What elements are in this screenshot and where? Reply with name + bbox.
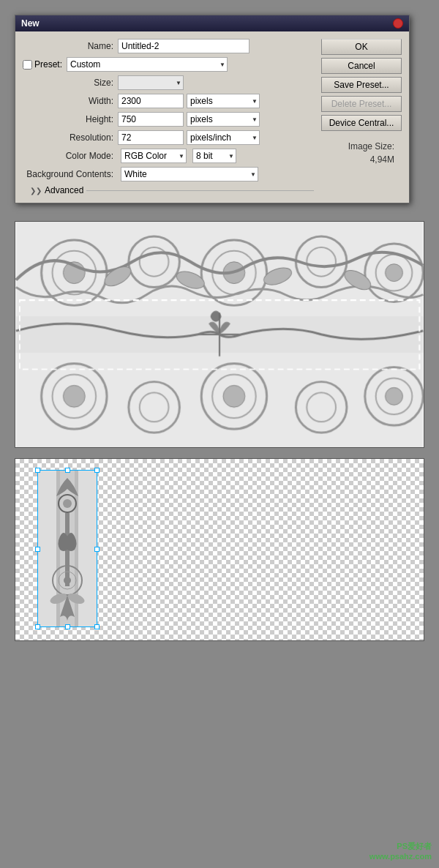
bit-depth-wrapper: 8 bit: [190, 149, 236, 163]
bg-contents-select[interactable]: White: [121, 167, 258, 182]
cancel-button[interactable]: Cancel: [321, 58, 402, 74]
canvas-section-2: [0, 458, 439, 648]
delete-preset-button[interactable]: Delete Preset...: [321, 96, 402, 112]
resolution-label: Resolution:: [23, 132, 118, 143]
advanced-divider: [86, 190, 314, 191]
handle-br[interactable]: [94, 624, 100, 629]
dialog-overlay: New Name: Preset:: [0, 0, 439, 218]
size-select[interactable]: [118, 75, 184, 90]
advanced-chevron-icon: ❯❯: [30, 187, 42, 195]
watermark: PS爱好者 www.psahz.com: [369, 841, 432, 861]
dialog-form: Name: Preset: Custom: [23, 39, 314, 195]
width-label: Width:: [23, 96, 118, 106]
resolution-unit-select[interactable]: pixels/inch: [187, 130, 260, 145]
preset-checkbox[interactable]: [23, 60, 32, 70]
image-size-label: Image Size:: [321, 141, 394, 151]
width-unit-wrapper: pixels: [184, 94, 260, 108]
preset-label: Preset:: [34, 59, 62, 70]
dialog-body: Name: Preset: Custom: [15, 31, 409, 203]
watermark-line2: www.psahz.com: [369, 852, 432, 861]
size-label: Size:: [23, 78, 118, 88]
advanced-label: Advanced: [45, 185, 83, 195]
svg-point-13: [386, 264, 403, 282]
save-preset-button[interactable]: Save Preset...: [321, 77, 402, 93]
bg-contents-row: Background Contents: White: [23, 167, 314, 182]
image-size-value: 4,94M: [321, 154, 394, 165]
name-input[interactable]: [118, 39, 249, 53]
color-mode-label: Color Mode:: [23, 151, 118, 161]
handle-bm[interactable]: [65, 624, 70, 629]
canvas-2[interactable]: [15, 458, 424, 641]
color-mode-wrapper: RGB Color: [118, 149, 187, 163]
height-unit-select[interactable]: pixels: [187, 112, 260, 127]
svg-point-43: [64, 577, 71, 584]
preset-select[interactable]: Custom: [67, 57, 228, 72]
height-input[interactable]: [118, 112, 184, 127]
svg-point-20: [63, 386, 85, 408]
small-ornament-svg: [38, 471, 97, 626]
bg-contents-wrapper: White: [118, 167, 258, 182]
resolution-input[interactable]: [118, 130, 184, 145]
width-unit-select[interactable]: pixels: [187, 94, 260, 108]
resolution-row: Resolution: pixels/inch: [23, 130, 314, 145]
handle-tm[interactable]: [65, 468, 70, 473]
bit-depth-select[interactable]: 8 bit: [192, 149, 236, 163]
dialog-buttons: OK Cancel Save Preset... Delete Preset..…: [321, 39, 402, 195]
name-row: Name:: [23, 39, 314, 53]
name-label: Name:: [23, 41, 118, 51]
handle-tr[interactable]: [94, 468, 100, 473]
canvas-1[interactable]: [15, 221, 424, 448]
new-document-dialog: New Name: Preset:: [15, 15, 410, 203]
width-row: Width: pixels: [23, 94, 314, 108]
image-size-section: Image Size: 4,94M: [321, 141, 402, 165]
dialog-title: New: [21, 18, 40, 29]
height-unit-wrapper: pixels: [184, 112, 260, 127]
dialog-titlebar: New: [15, 15, 409, 31]
handle-bl[interactable]: [35, 624, 40, 629]
preset-row: Preset: Custom: [23, 57, 314, 72]
size-select-wrapper: [118, 75, 184, 90]
handle-ml[interactable]: [35, 547, 40, 552]
svg-point-30: [386, 388, 403, 405]
size-row: Size:: [23, 75, 314, 90]
advanced-row: ❯❯ Advanced: [23, 185, 314, 195]
width-input[interactable]: [118, 94, 184, 108]
canvas-section-1: [0, 218, 439, 451]
handle-mr[interactable]: [94, 547, 100, 552]
height-row: Height: pixels: [23, 112, 314, 127]
watermark-line1: PS爱好者: [369, 841, 432, 852]
handle-tl[interactable]: [35, 468, 40, 473]
height-label: Height:: [23, 114, 118, 124]
transform-box: [37, 470, 97, 627]
svg-point-39: [63, 499, 72, 508]
color-mode-row: Color Mode: RGB Color 8 bit: [23, 149, 314, 163]
ornament-svg-1: [15, 222, 424, 447]
svg-point-25: [223, 386, 245, 408]
color-mode-select[interactable]: RGB Color: [121, 149, 187, 163]
preset-select-wrapper: Custom: [67, 57, 228, 72]
bg-contents-label: Background Contents:: [23, 169, 118, 179]
device-central-button[interactable]: Device Central...: [321, 115, 402, 131]
close-button[interactable]: [393, 18, 403, 29]
ok-button[interactable]: OK: [321, 39, 402, 55]
resolution-unit-wrapper: pixels/inch: [184, 130, 260, 145]
